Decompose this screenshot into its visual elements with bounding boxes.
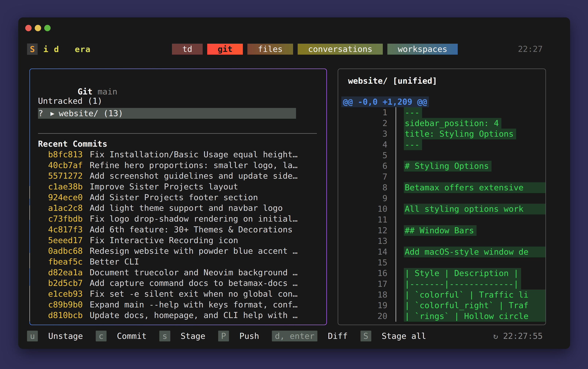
diff-line-content — [404, 193, 546, 204]
diff-line-number: 19 — [338, 300, 387, 311]
commit-row[interactable]: 4c817f3Add 6th feature: 30+ Themes & Dec… — [38, 224, 326, 235]
tab-workspaces[interactable]: workspaces — [387, 44, 458, 55]
tab-git[interactable]: git — [207, 44, 243, 55]
diff-panel-title: website/ [unified] — [338, 75, 546, 86]
diff-gutter-separator — [396, 279, 396, 289]
commit-hash: 0adbc68 — [48, 246, 83, 256]
commit-message: Add Sister Projects footer section — [90, 192, 258, 203]
diff-gutter-separator — [396, 118, 396, 129]
hint-stage[interactable]: sStage — [159, 331, 205, 341]
commit-row[interactable]: 5571272Add screenshot guidelines and upd… — [38, 171, 326, 181]
added-text: title: Styling Options — [404, 129, 516, 139]
commit-row[interactable]: c1ae38bImprove Sister Projects layout — [38, 181, 326, 192]
diff-line: 11 — [338, 215, 546, 225]
diff-line-number: 12 — [338, 225, 387, 236]
diff-line-content: title: Styling Options — [404, 129, 546, 139]
commit-row[interactable]: 40cb7afRefine hero proportions: smaller … — [38, 160, 326, 171]
diff-line-content — [404, 150, 546, 161]
diff-gutter-separator — [396, 246, 396, 257]
commit-row[interactable]: 0adbc68Redesign website with powder blue… — [38, 246, 326, 256]
untracked-item-label: website/ (13) — [59, 108, 123, 119]
hint-stage-all[interactable]: SStage all — [361, 331, 426, 341]
diff-line-content: # Styling Options — [404, 161, 546, 172]
hint-unstage[interactable]: uUnstage — [27, 331, 83, 341]
diff-line-content — [404, 257, 546, 268]
commit-hash: fbeaf5c — [48, 256, 83, 267]
status-bar: uUnstagecCommitsStagePPushd, enterDiffSS… — [27, 331, 543, 341]
branch-name: main — [98, 87, 117, 96]
diff-line: 2sidebar_position: 4 — [338, 118, 546, 129]
commit-message: Add light theme support and navbar logo — [90, 203, 283, 214]
hint-diff[interactable]: d, enterDiff — [272, 331, 348, 341]
tab-files[interactable]: files — [248, 44, 293, 55]
git-panel-body: Gitmain Untracked (1) ? ▶ website/ (13) … — [30, 69, 326, 325]
desktop: { "window": { "clock": "22:27", "traffic… — [0, 0, 588, 369]
commit-row[interactable]: fbeaf5cBetter CLI — [38, 256, 326, 267]
diff-line: 13 — [338, 236, 546, 246]
commit-hash: b2d5cb7 — [48, 278, 83, 289]
commit-row[interactable]: d82ea1aDocument truecolor and Neovim bac… — [38, 267, 326, 278]
diff-line-content — [404, 215, 546, 225]
diff-line-number: 14 — [338, 246, 387, 257]
tab-conversations[interactable]: conversations — [298, 44, 383, 55]
diff-line-number: 7 — [338, 172, 387, 182]
keybinding-hints: uUnstagecCommitsStagePPushd, enterDiffSS… — [27, 331, 439, 341]
window-controls — [25, 25, 51, 31]
commit-row[interactable]: a1ac2c8Add light theme support and navba… — [38, 203, 326, 214]
hint-push[interactable]: PPush — [218, 331, 259, 341]
traffic-light-zoom-button[interactable] — [44, 25, 51, 31]
commit-hash: d810bcb — [48, 310, 83, 321]
diff-gutter-separator — [396, 236, 396, 246]
key-badge: c — [96, 331, 106, 341]
diff-line-content: | Style | Description | — [404, 268, 546, 279]
diff-line-list: 1---2sidebar_position: 43title: Styling … — [338, 107, 546, 322]
commit-row[interactable]: 924ece0Add Sister Projects footer sectio… — [38, 192, 326, 203]
untracked-item-website[interactable]: ? ▶ website/ (13) — [38, 108, 296, 119]
commit-message: Fix logo drop-shadow rendering on initia… — [90, 214, 298, 224]
git-title-label: Git — [78, 87, 93, 96]
commit-hash: 5eeed17 — [48, 235, 83, 246]
commit-row[interactable]: c89b9b0Expand main --help with keys form… — [38, 299, 326, 310]
commit-message: Fix set -e silent exit when no global co… — [90, 289, 298, 299]
diff-line: 1--- — [338, 107, 546, 118]
diff-gutter-separator — [396, 193, 396, 204]
commit-row[interactable]: b2d5cb7Add capture command docs to betam… — [38, 278, 326, 289]
commit-message: Add 6th feature: 30+ Themes & Decoration… — [90, 224, 293, 235]
diff-line-number: 18 — [338, 289, 387, 300]
commit-row[interactable]: d810bcbUpdate docs, homepage, and CLI he… — [38, 310, 326, 321]
diff-line-number: 16 — [338, 268, 387, 279]
tab-td[interactable]: td — [172, 44, 203, 55]
commit-hash: a1ac2c8 — [48, 203, 83, 214]
diff-line: 18| `colorful` | Traffic li — [338, 289, 546, 300]
diff-line-content: ## Window Bars — [404, 225, 546, 236]
diff-line: 6# Styling Options — [338, 161, 546, 172]
commit-row[interactable]: b8fc813Fix Installation/Basic Usage equa… — [38, 149, 326, 160]
commit-message: Redesign website with powder blue accent… — [90, 246, 298, 256]
diff-line-content: sidebar_position: 4 — [404, 118, 546, 129]
traffic-light-close-button[interactable] — [25, 25, 32, 31]
commit-row[interactable]: 5eeed17Fix Interactive Recording icon — [38, 235, 326, 246]
brand-letter: d — [54, 44, 59, 54]
brand-letter: i — [43, 44, 48, 54]
diff-panel: website/ [unified] @@ -0,0 +1,209 @@ 1--… — [338, 69, 546, 325]
commit-message: Fix Interactive Recording icon — [90, 235, 238, 246]
diff-line-number: 4 — [338, 139, 387, 150]
added-text: | Style | Description | — [404, 268, 521, 279]
diff-line: 5 — [338, 150, 546, 161]
commit-message: Expand main --help with keys format, con… — [90, 299, 298, 310]
diff-gutter-separator — [396, 182, 396, 193]
diff-line-content: | `rings` | Hollow circle — [404, 311, 546, 322]
clock: 22:27 — [518, 43, 543, 55]
diff-line-content — [404, 172, 546, 182]
diff-gutter-separator — [396, 268, 396, 279]
traffic-light-minimize-button[interactable] — [35, 25, 41, 31]
commit-message: Fix Installation/Basic Usage equal heigh… — [90, 149, 298, 160]
commit-row[interactable]: c73fbdbFix logo drop-shadow rendering on… — [38, 214, 326, 224]
diff-line: 7 — [338, 172, 546, 182]
commit-row[interactable]: e1ceb93Fix set -e silent exit when no gl… — [38, 289, 326, 299]
recent-commits-header: Recent Commits — [38, 138, 326, 149]
commit-message: Update docs, homepage, and CLI help with… — [90, 310, 298, 321]
diff-line-number: 8 — [338, 182, 387, 193]
hint-commit[interactable]: cCommit — [96, 331, 147, 341]
diff-gutter-separator — [396, 139, 396, 150]
